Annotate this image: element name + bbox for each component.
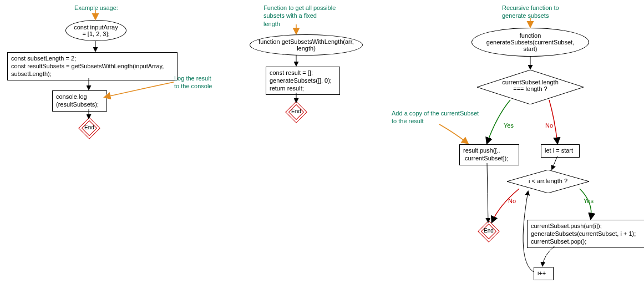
block-result-push: result.push([.. .currentSubset]); — [459, 144, 519, 165]
block-result-push-text: result.push([.. .currentSubset]); — [463, 147, 508, 161]
block-console-log: console.log (resultSubsets); — [52, 90, 107, 112]
comment-add-copy: Add a copy of the currentSubset to the r… — [392, 109, 479, 125]
edge-no-2: No — [508, 198, 516, 204]
block-let-i-start: let i = start — [541, 144, 580, 158]
end-node-lane3: End — [481, 224, 495, 238]
end-label-lane1: End — [82, 124, 97, 130]
block-let-i-start-text: let i = start — [545, 147, 573, 154]
start-node-lane1: const inputArray = [1, 2, 3]; — [65, 20, 126, 41]
start-node-lane2: function getSubsetsWithLength(arr, lengt… — [250, 34, 363, 55]
edge-no-1: No — [545, 122, 553, 129]
comment-log-result: Log the result to the console — [174, 74, 212, 90]
decision-i-lt-length: i < arr.length ? — [507, 170, 589, 193]
comment-recursive-fn: Recursive function to generate subsets — [502, 4, 559, 20]
block-loop-body: currentSubset.push(arr[i]); generateSubs… — [527, 220, 644, 248]
edge-yes-1: Yes — [504, 122, 514, 129]
block-subset-length-text: const subsetLength = 2; const resultSubs… — [11, 55, 164, 77]
start-label-lane1: const inputArray = [1, 2, 3]; — [74, 24, 118, 37]
decision-i-lt-length-label: i < arr.length ? — [507, 178, 589, 184]
end-label-lane3: End — [481, 228, 496, 234]
start-label-lane3: function generateSubsets(currentSubset, … — [486, 32, 574, 52]
comment-example-usage: Example usage: — [74, 4, 118, 12]
block-increment-text: i++ — [537, 270, 546, 276]
start-node-lane3: function generateSubsets(currentSubset, … — [471, 28, 589, 57]
block-result-return-text: const result = []; generateSubsets([], 0… — [270, 69, 332, 92]
block-loop-body-text: currentSubset.push(arr[i]); generateSubs… — [531, 223, 636, 245]
comment-function-subsets: Function to get all possible subsets wit… — [263, 4, 336, 28]
decision-length: currentSubset.length === length ? — [477, 70, 584, 104]
block-increment: i++ — [534, 267, 554, 280]
block-console-log-text: console.log (resultSubsets); — [56, 93, 99, 108]
svg-line-13 — [552, 156, 557, 169]
end-node-lane2: End — [288, 104, 303, 119]
block-subset-length: const subsetLength = 2; const resultSubs… — [7, 52, 178, 80]
start-label-lane2: function getSubsetsWithLength(arr, lengt… — [258, 38, 354, 52]
block-result-return: const result = []; generateSubsets([], 0… — [266, 67, 340, 95]
end-label-lane2: End — [288, 108, 304, 114]
end-node-lane1: End — [82, 120, 96, 135]
decision-length-label: currentSubset.length === length ? — [477, 79, 584, 92]
edge-yes-2: Yes — [584, 198, 594, 204]
